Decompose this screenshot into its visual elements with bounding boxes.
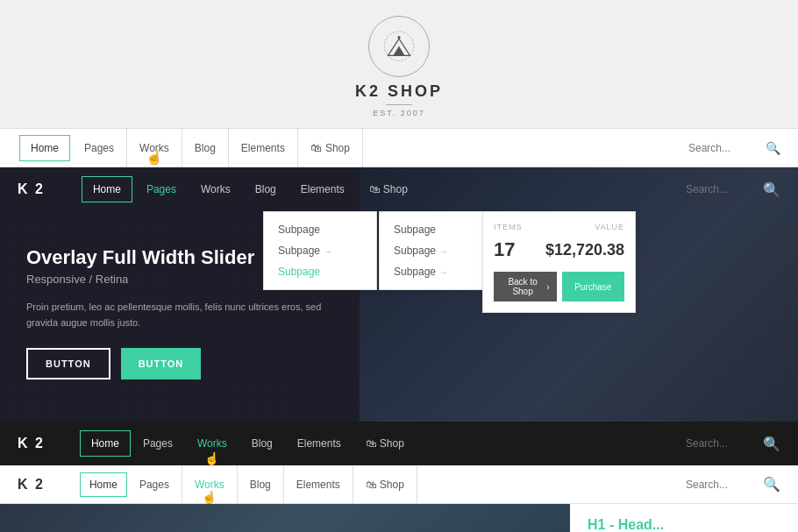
nav-blog-dark2[interactable]: Blog <box>239 422 285 465</box>
nav-items-dark: Home Pages Works Blog Elements 🛍 Shop <box>80 167 686 211</box>
cart-popup: ITEMS VALUE 17 $12,720.38 Back to Shop ›… <box>482 211 636 313</box>
nav-search-1: 🔍 <box>688 141 780 155</box>
nav-pages-dark2[interactable]: Pages <box>131 422 185 465</box>
shop-icon-light2: 🛍 <box>366 479 376 491</box>
bottom-preview-image <box>0 504 570 532</box>
nav-pages-light2[interactable]: Pages <box>127 465 182 504</box>
brand-light-2: K 2 <box>18 477 45 493</box>
brand-dark: K 2 <box>18 181 45 197</box>
nav-bar-dark: K 2 Home Pages Works Blog Elements 🛍 Sho… <box>0 167 798 211</box>
chevron-right-icon: › <box>546 282 549 292</box>
cart-headers: ITEMS VALUE <box>494 223 624 231</box>
nav-shop-light2[interactable]: 🛍 Shop <box>353 465 417 504</box>
nav-pages-dark[interactable]: Pages <box>134 167 189 211</box>
logo-name: K2 SHOP <box>0 82 798 101</box>
search-input-light2[interactable] <box>686 479 756 491</box>
dropdown-container: Subpage Subpage → Subpage Subpage Subpag… <box>263 211 493 290</box>
dropdown-item-1-2[interactable]: Subpage → <box>264 240 376 261</box>
dropdown-menu-2: Subpage Subpage → Subpage → <box>379 211 493 290</box>
arrow-icon-1: → <box>324 246 332 256</box>
cart-items-label: ITEMS <box>494 223 523 231</box>
search-icon-dark[interactable]: 🔍 <box>763 181 780 198</box>
nav-bar-1: Home Pages Works ☝ Blog Elements 🛍 Shop … <box>0 129 798 167</box>
cart-actions: Back to Shop › Purchase <box>494 272 624 301</box>
bottom-preview: H1 - Head... H2 - Headlin... <box>0 504 798 532</box>
top-header: K2 SHOP EST. 2007 <box>0 0 798 129</box>
search-icon-dark2[interactable]: 🔍 <box>763 436 780 452</box>
hero-btn-teal[interactable]: BUTTON <box>121 348 202 379</box>
nav-bar-light-2: K 2 Home Pages Works ☝ Blog Elements 🛍 S… <box>0 465 798 504</box>
nav-elements-light2[interactable]: Elements <box>284 465 353 504</box>
nav-blog-light2[interactable]: Blog <box>238 465 284 504</box>
logo-divider <box>386 104 412 105</box>
nav-elements-1[interactable]: Elements <box>229 129 298 167</box>
cart-items-count: 17 <box>494 238 515 261</box>
hero-btn-outline[interactable]: BUTTON <box>26 348 110 379</box>
nav-works-dark[interactable]: Works <box>189 167 243 211</box>
shopping-bag-icon: 🛍 <box>310 141 322 154</box>
dropdown-item-1-3[interactable]: Subpage <box>264 261 376 282</box>
nav-blog-1[interactable]: Blog <box>182 129 229 167</box>
nav-items-dark-2: Home Pages Works ☝ Blog Elements 🛍 Shop <box>80 422 686 465</box>
arrow-icon-3: → <box>439 267 448 277</box>
dropdown-item-2-1[interactable]: Subpage <box>380 219 492 240</box>
hero-description: Proin pretium, leo ac pellentesque molli… <box>26 300 324 330</box>
arrow-icon-2: → <box>439 246 448 256</box>
nav-home-dark[interactable]: Home <box>82 176 132 202</box>
nav-blog-dark[interactable]: Blog <box>243 167 289 211</box>
dropdown-item-2-2[interactable]: Subpage → <box>380 240 492 261</box>
hero-section: K 2 Home Pages Works Blog Elements 🛍 Sho… <box>0 167 798 422</box>
nav-bar-dark-2: K 2 Home Pages Works ☝ Blog Elements 🛍 S… <box>0 422 798 465</box>
dropdown-item-2-3[interactable]: Subpage → <box>380 261 492 282</box>
nav-shop-dark2[interactable]: 🛍 Shop <box>353 422 417 465</box>
nav-shop-dark[interactable]: 🛍 Shop <box>357 167 420 211</box>
nav-items-light-2: Home Pages Works ☝ Blog Elements 🛍 Shop <box>80 465 686 504</box>
shop-icon-dark2: 🛍 <box>366 437 376 450</box>
h1-preview: H1 - Head... <box>588 517 780 532</box>
dropdown-item-1-1[interactable]: Subpage <box>264 219 376 240</box>
nav-works-light2[interactable]: Works ☝ <box>182 465 238 504</box>
dropdown-menu-1: Subpage Subpage → Subpage <box>263 211 377 290</box>
nav-search-dark: 🔍 <box>686 181 780 198</box>
search-input-dark[interactable] <box>686 183 756 195</box>
hero-buttons: BUTTON BUTTON <box>26 348 324 379</box>
nav-home-dark2[interactable]: Home <box>80 430 131 457</box>
logo-est: EST. 2007 <box>0 109 798 117</box>
logo-circle <box>368 16 430 77</box>
search-input-dark2[interactable] <box>686 437 756 450</box>
nav-shop-1[interactable]: 🛍 Shop <box>298 129 363 167</box>
nav-works-dark2[interactable]: Works ☝ <box>185 422 239 465</box>
nav-items-1: Home Pages Works ☝ Blog Elements 🛍 Shop <box>18 129 688 167</box>
purchase-button[interactable]: Purchase <box>562 272 625 301</box>
search-icon-1[interactable]: 🔍 <box>766 141 780 155</box>
nav-home-light2[interactable]: Home <box>80 472 127 497</box>
cart-values: 17 $12,720.38 <box>494 238 624 261</box>
back-to-shop-button[interactable]: Back to Shop › <box>494 272 557 301</box>
nav-search-light2: 🔍 <box>686 476 780 493</box>
nav-pages-1[interactable]: Pages <box>72 129 127 167</box>
nav-search-dark2: 🔍 <box>686 436 780 452</box>
svg-point-3 <box>397 36 400 39</box>
search-icon-light2[interactable]: 🔍 <box>763 476 780 493</box>
svg-marker-2 <box>393 46 404 56</box>
bottom-preview-text: H1 - Head... H2 - Headlin... <box>570 504 798 532</box>
brand-dark-2: K 2 <box>18 436 45 451</box>
nav-works-1[interactable]: Works ☝ <box>127 129 182 167</box>
cart-total: $12,720.38 <box>545 241 624 259</box>
nav-home-1[interactable]: Home <box>19 135 70 161</box>
search-input-1[interactable] <box>688 142 759 154</box>
shop-bag-icon-dark: 🛍 <box>369 183 380 195</box>
nav-elements-dark[interactable]: Elements <box>289 167 357 211</box>
nav-elements-dark2[interactable]: Elements <box>285 422 353 465</box>
cart-value-label: VALUE <box>595 223 624 231</box>
